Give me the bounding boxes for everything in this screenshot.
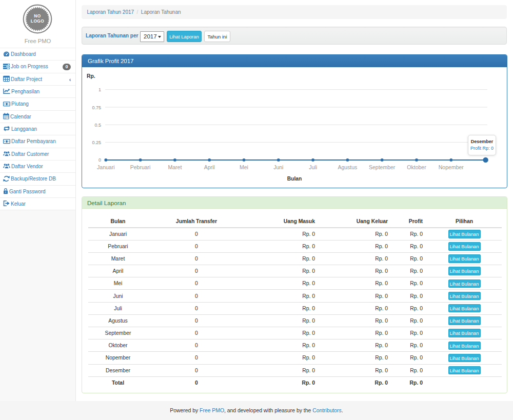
svg-text:Nopember: Nopember (439, 164, 464, 170)
svg-text:0.25: 0.25 (92, 140, 101, 145)
svg-text:NO: NO (34, 13, 41, 18)
svg-text:LOGO: LOGO (31, 18, 44, 24)
svg-text:Rp.: Rp. (87, 73, 95, 79)
svg-text:Juli: Juli (309, 164, 317, 170)
svg-text:Mei: Mei (240, 164, 248, 170)
svg-text:Januari: Januari (97, 164, 114, 170)
svg-text:Bulan: Bulan (287, 176, 302, 182)
svg-text:0: 0 (98, 157, 101, 163)
svg-text:September: September (369, 164, 396, 170)
svg-text:Maret: Maret (168, 164, 182, 170)
svg-text:0.75: 0.75 (92, 105, 101, 110)
svg-text:April: April (204, 164, 215, 170)
svg-text:0.5: 0.5 (94, 123, 101, 128)
svg-text:Pebruari: Pebruari (130, 164, 151, 170)
svg-text:Agustus: Agustus (338, 164, 357, 170)
svg-text:1: 1 (98, 87, 101, 92)
svg-text:Juni: Juni (273, 164, 283, 170)
svg-text:Oktober: Oktober (407, 164, 426, 170)
